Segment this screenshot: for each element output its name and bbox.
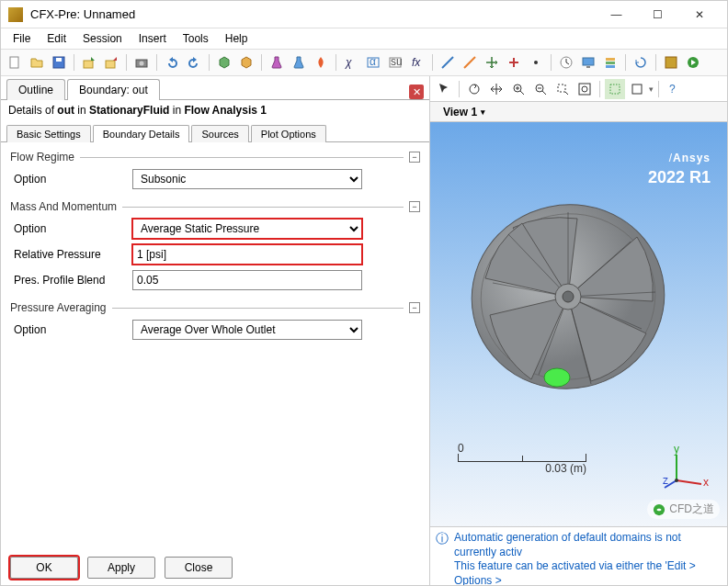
view-toolbar: ▾ ? [430,76,727,102]
svg-point-52 [675,479,678,482]
flask2-icon[interactable] [289,52,309,73]
form-area: Flow Regime − Option Subsonic Mass And M… [1,142,429,550]
mesh-import-icon[interactable] [79,52,99,73]
sub-tab-strip: Basic Settings Boundary Details Sources … [1,120,429,142]
avg-option-select[interactable]: Average Over Whole Outlet [132,320,362,340]
svg-text:?: ? [669,83,676,96]
arrows-icon[interactable] [482,52,502,73]
tab-close-icon[interactable]: ✕ [409,85,424,99]
redo-icon[interactable] [184,52,204,73]
flask-icon[interactable] [267,52,287,73]
apply-button[interactable]: Apply [87,557,155,579]
ok-button[interactable]: OK [10,557,78,579]
info-text: Automatic generation of default domains … [454,531,722,581]
svg-text:sub: sub [391,55,403,68]
window-title: CFX-Pre: Unnamed [30,7,596,21]
monitor-icon[interactable] [578,52,598,73]
tab-outline[interactable]: Outline [6,79,65,100]
zoom-out-icon[interactable] [530,79,551,99]
stack-icon[interactable] [600,52,620,73]
solver-icon[interactable] [661,52,681,73]
svg-rect-0 [10,57,18,68]
flow-option-select[interactable]: Subsonic [132,169,362,189]
tab-sources[interactable]: Sources [191,125,248,142]
menu-edit[interactable]: Edit [40,30,74,47]
svg-point-45 [544,368,570,387]
menu-help[interactable]: Help [218,30,256,47]
menu-bar: File Edit Session Insert Tools Help [1,28,727,49]
fx-icon[interactable]: fx [407,52,427,73]
help-icon[interactable]: ? [664,79,684,99]
svg-point-29 [582,86,587,92]
menu-file[interactable]: File [6,30,38,47]
sub-icon[interactable]: sub [385,52,405,73]
flame-icon[interactable] [311,52,331,73]
mass-option-select[interactable]: Average Static Pressure [132,219,362,239]
zoom-box-icon[interactable] [552,79,573,99]
svg-point-6 [140,62,144,66]
zoom-in-icon[interactable] [508,79,529,99]
info-panel: ⓘ Automatic generation of default domain… [430,526,727,585]
app-icon [8,7,23,22]
snapshot-icon[interactable] [131,52,152,73]
save-icon[interactable] [49,52,69,73]
box2-icon[interactable] [236,52,256,73]
highlight-icon[interactable] [605,79,625,99]
open-icon[interactable] [27,52,47,73]
left-panel: Outline Boundary: out ✕ Details of out i… [1,76,430,585]
button-bar: OK Apply Close [1,550,429,585]
tab-plot-options[interactable]: Plot Options [251,125,326,142]
mesh-export-icon[interactable] [101,52,121,73]
new-icon[interactable] [5,52,25,73]
collapse-icon[interactable]: − [409,152,420,163]
box-icon[interactable] [214,52,234,73]
title-bar: CFX-Pre: Unnamed — ☐ ✕ [1,1,727,28]
tab-boundary-details[interactable]: Boundary Details [93,125,190,142]
main-tab-strip: Outline Boundary: out ✕ [1,76,429,100]
close-window-button[interactable]: ✕ [678,2,720,28]
menu-tools[interactable]: Tools [176,30,216,47]
collapse-icon[interactable]: − [409,302,420,313]
alpha-box-icon[interactable]: α [363,52,383,73]
right-panel: ▾ ? View 1▾ /Ansys 2022 R1 [430,76,727,585]
undo-icon[interactable] [162,52,182,73]
pan-icon[interactable] [486,79,506,99]
rel-pressure-input[interactable] [132,244,362,265]
svg-text:χ: χ [345,56,352,69]
watermark: CFD之道 [647,500,720,519]
fit-icon[interactable] [574,79,595,99]
tab-basic-settings[interactable]: Basic Settings [6,125,91,142]
clock-icon[interactable] [556,52,576,73]
menu-session[interactable]: Session [75,30,130,47]
label-option: Option [10,173,125,186]
axis-triad: y x z [663,444,709,490]
view-tab-1[interactable]: View 1▾ [436,104,493,120]
run-icon[interactable] [683,52,703,73]
chi-icon[interactable]: χ [341,52,361,73]
point-icon[interactable] [526,52,546,73]
label-option: Option [10,323,125,336]
line-blue-icon[interactable] [438,52,458,73]
svg-rect-19 [606,58,615,61]
minimize-button[interactable]: — [596,2,637,28]
main-toolbar: χ α sub fx [1,49,727,76]
svg-rect-3 [84,61,93,68]
viewport-3d[interactable]: /Ansys 2022 R1 [430,122,727,526]
maximize-button[interactable]: ☐ [637,2,678,28]
line-orange-icon[interactable] [460,52,480,73]
close-button[interactable]: Close [165,557,233,579]
rotate-view-icon[interactable] [464,79,484,99]
plus-icon[interactable] [504,52,524,73]
rotate-icon[interactable] [631,52,651,73]
collapse-icon[interactable]: − [409,201,420,212]
svg-rect-17 [583,58,594,65]
profile-blend-input[interactable] [132,270,362,290]
cursor-icon[interactable] [434,79,454,99]
svg-point-24 [470,85,479,94]
svg-line-13 [442,57,453,68]
svg-rect-20 [606,62,615,64]
group-pressure-avg: Pressure Averaging − [10,299,420,317]
menu-insert[interactable]: Insert [131,30,174,47]
tab-boundary[interactable]: Boundary: out [67,79,160,100]
render-mode-icon[interactable] [627,79,647,99]
